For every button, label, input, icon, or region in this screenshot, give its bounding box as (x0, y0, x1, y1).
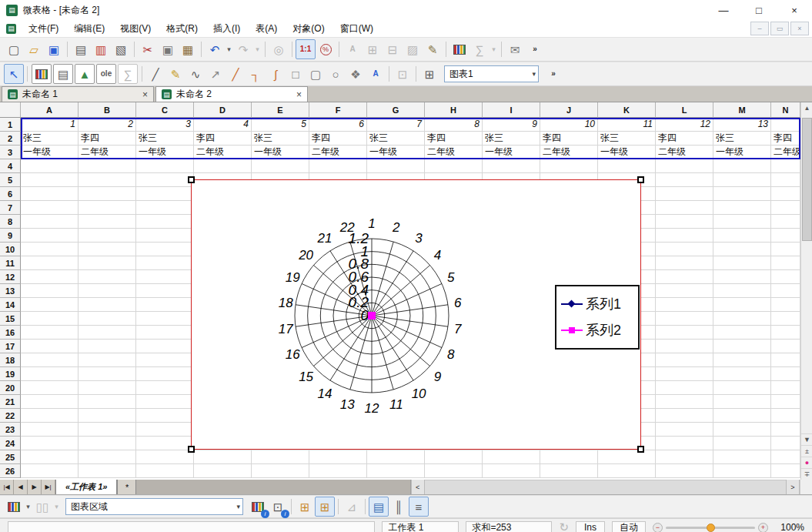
cell-N24[interactable] (771, 437, 800, 450)
split-up-button[interactable]: ± (801, 445, 812, 457)
doc-tab-close-icon[interactable]: × (296, 89, 302, 100)
format-selection-button[interactable]: i (248, 497, 268, 517)
cell-B7[interactable] (79, 201, 136, 215)
cell-M23[interactable] (713, 423, 771, 437)
chart-type-dropdown[interactable]: ▾ (24, 503, 32, 510)
cell-M21[interactable] (713, 395, 771, 409)
insert-chart-button[interactable] (449, 39, 469, 59)
cell-D1[interactable]: 4 (194, 118, 252, 132)
row-header-17[interactable]: 17 (0, 340, 21, 353)
cell-I3[interactable]: 一年级 (483, 146, 540, 159)
cell-B26[interactable] (79, 464, 136, 478)
cell-F1[interactable]: 6 (309, 118, 367, 132)
cell-N12[interactable] (771, 270, 800, 284)
column-header-M[interactable]: M (713, 102, 771, 118)
cell-L4[interactable] (656, 159, 713, 173)
draw-rectangle-button[interactable]: □ (286, 64, 306, 84)
draw-line-button[interactable]: ╱ (145, 64, 165, 84)
cell-N1[interactable] (771, 118, 800, 132)
cell-M7[interactable] (713, 201, 771, 215)
cell-L26[interactable] (656, 464, 713, 478)
cell-I1[interactable]: 9 (483, 118, 540, 132)
cell-I26[interactable] (483, 464, 540, 478)
cell-C21[interactable] (136, 395, 194, 409)
cell-A14[interactable] (21, 298, 79, 312)
column-header-G[interactable]: G (367, 102, 425, 118)
cell-B24[interactable] (79, 437, 136, 450)
menu-item-3[interactable]: 格式(R) (159, 21, 206, 37)
print-button[interactable]: ▤ (71, 39, 91, 59)
draw-freehand-button[interactable]: ✎ (165, 64, 185, 84)
chart-element-select[interactable]: 图表区域▾ (65, 498, 243, 515)
chart-legend[interactable]: 系列1系列2 (555, 285, 640, 350)
cell-A4[interactable] (21, 159, 79, 173)
cell-M4[interactable] (713, 159, 771, 173)
cell-B11[interactable] (79, 256, 136, 270)
cell-M18[interactable] (713, 353, 771, 367)
new-document-button[interactable]: ▢ (4, 39, 24, 59)
cell-I2[interactable]: 张三 (483, 132, 540, 146)
column-header-I[interactable]: I (483, 102, 540, 118)
draw-ellipse-button[interactable]: ○ (326, 64, 346, 84)
cell-M26[interactable] (713, 464, 771, 478)
cell-M8[interactable] (713, 215, 771, 229)
row-header-9[interactable]: 9 (0, 229, 21, 243)
cell-I4[interactable] (483, 159, 540, 173)
cell-H25[interactable] (425, 450, 483, 464)
cell-A18[interactable] (21, 353, 79, 367)
row-header-16[interactable]: 16 (0, 326, 21, 340)
cell-N17[interactable] (771, 340, 800, 353)
cell-B6[interactable] (79, 187, 136, 201)
cell-B5[interactable] (79, 173, 136, 187)
resize-handle-top-right[interactable] (637, 176, 644, 183)
legend-entry-1[interactable]: 系列1 (561, 295, 638, 313)
column-header-N[interactable]: N (771, 102, 800, 118)
cell-F2[interactable]: 李四 (309, 132, 367, 146)
row-header-4[interactable]: 4 (0, 159, 21, 173)
cell-C10[interactable] (136, 243, 194, 256)
cell-N21[interactable] (771, 395, 800, 409)
cell-B20[interactable] (79, 381, 136, 395)
zoom-out-button[interactable]: − (653, 523, 663, 532)
cell-N15[interactable] (771, 312, 800, 326)
cell-N20[interactable] (771, 381, 800, 395)
cell-L23[interactable] (656, 423, 713, 437)
doc-tab-close-icon[interactable]: × (142, 89, 148, 100)
cell-A24[interactable] (21, 437, 79, 450)
cell-D4[interactable] (194, 159, 252, 173)
select-arrow-button[interactable]: ↖ (4, 64, 24, 84)
resize-handle-bottom-right[interactable] (637, 446, 644, 453)
row-header-26[interactable]: 26 (0, 464, 21, 478)
resize-handle-top-left[interactable] (188, 176, 195, 183)
cell-N10[interactable] (771, 243, 800, 256)
cell-A13[interactable] (21, 284, 79, 298)
zoom-slider-track[interactable] (666, 527, 755, 529)
close-button[interactable]: × (777, 0, 812, 20)
cell-N2[interactable]: 李四 (771, 132, 800, 146)
cell-C4[interactable] (136, 159, 194, 173)
cell-K3[interactable]: 一年级 (598, 146, 656, 159)
cell-M17[interactable] (713, 340, 771, 353)
cell-C3[interactable]: 一年级 (136, 146, 194, 159)
cell-C26[interactable] (136, 464, 194, 478)
connector-elbow-button[interactable]: ┐ (246, 64, 266, 84)
draw-curve-button[interactable]: ∿ (185, 64, 206, 84)
cell-K26[interactable] (598, 464, 656, 478)
cell-E2[interactable]: 张三 (252, 132, 309, 146)
cell-L5[interactable] (656, 173, 713, 187)
row-header-12[interactable]: 12 (0, 270, 21, 284)
cell-M9[interactable] (713, 229, 771, 243)
column-header-J[interactable]: J (540, 102, 598, 118)
draw-text-button[interactable]: A (366, 64, 386, 84)
cell-L21[interactable] (656, 395, 713, 409)
cell-L6[interactable] (656, 187, 713, 201)
cell-C2[interactable]: 张三 (136, 132, 194, 146)
cell-N8[interactable] (771, 215, 800, 229)
cell-A26[interactable] (21, 464, 79, 478)
row-header-23[interactable]: 23 (0, 423, 21, 437)
cell-N6[interactable] (771, 187, 800, 201)
scroll-up-icon[interactable]: ▲ (801, 102, 812, 114)
cell-M3[interactable]: 一年级 (713, 146, 771, 159)
draw-arrow-button[interactable]: ↗ (206, 64, 226, 84)
row-header-7[interactable]: 7 (0, 201, 21, 215)
